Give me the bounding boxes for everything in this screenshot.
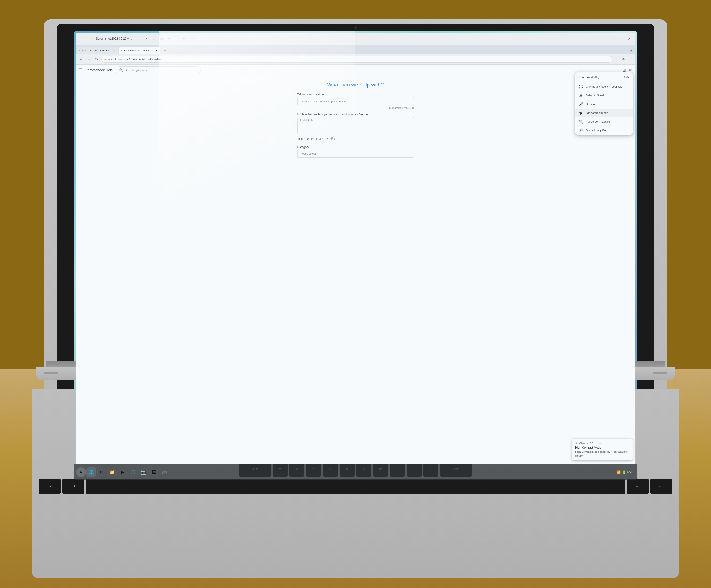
toast-time: now bbox=[598, 442, 602, 445]
fullscreen-magnifier-icon: 🔍 bbox=[579, 120, 583, 124]
acc-item-fullscreen-magnifier[interactable]: 🔍 Full-screen magnifier bbox=[576, 117, 632, 126]
acc-title: Accessibility bbox=[582, 75, 624, 79]
back-button[interactable]: ← bbox=[79, 35, 85, 42]
browser-back-button[interactable]: ← bbox=[78, 56, 84, 62]
key-space[interactable] bbox=[86, 479, 625, 494]
shelf-app-files[interactable]: 📁 bbox=[107, 467, 117, 477]
key-alt-left[interactable]: alt bbox=[62, 479, 84, 494]
hamburger-menu-button[interactable]: ☰ bbox=[79, 68, 82, 72]
toolbar-bold-button[interactable]: B bbox=[301, 137, 303, 140]
browser-settings-button[interactable]: ⚙ bbox=[620, 56, 626, 62]
format-button[interactable]: ≡ bbox=[150, 36, 157, 42]
tab-2-close[interactable]: ✕ bbox=[156, 49, 158, 52]
toolbar-strikethrough-button[interactable]: S bbox=[335, 137, 336, 140]
acc-back-button[interactable]: ‹ bbox=[579, 75, 580, 79]
key-alt-right[interactable]: alt bbox=[627, 479, 649, 494]
shelf-app-music[interactable]: 🎵 bbox=[128, 467, 138, 477]
select-to-speak-icon: 🔊 bbox=[579, 93, 583, 97]
toolbar-italic-button[interactable]: I bbox=[305, 137, 305, 140]
toolbar-image-button[interactable]: 🖼 bbox=[297, 137, 300, 140]
crop-button[interactable]: ⊡ bbox=[158, 36, 165, 42]
toolbar-ul-button[interactable]: ≡ bbox=[316, 137, 317, 140]
camera-lens bbox=[355, 27, 356, 28]
toolbar-underline-button[interactable]: U bbox=[307, 137, 309, 140]
forward-button[interactable]: → bbox=[87, 35, 94, 42]
browser-action-icons: ☆ ⚙ ⋮ bbox=[613, 56, 633, 62]
wifi-icon: 📶 bbox=[617, 471, 621, 474]
select-to-speak-label: Select to Speak bbox=[586, 94, 605, 97]
tab-search-button[interactable]: ⌄ bbox=[620, 47, 627, 54]
explain-textarea[interactable]: Add details bbox=[297, 117, 414, 134]
browser-forward-button[interactable]: → bbox=[86, 56, 92, 62]
acc-item-high-contrast[interactable]: ◑ High-contrast mode bbox=[576, 109, 632, 117]
laptop-lid: ← → Screenshot 2022-05-26 6.... ↗ ≡ ⊡ ✏ … bbox=[44, 19, 667, 515]
minimize-button[interactable]: − bbox=[612, 36, 618, 42]
toolbar-actions: ↗ ≡ ⊡ ✏ ⋮ ↩ ↪ bbox=[143, 36, 196, 42]
toolbar-code-button[interactable]: </> bbox=[310, 137, 314, 140]
help-search-bar[interactable]: 🔍 Describe your issue bbox=[116, 66, 201, 74]
help-headline: What can we help with? bbox=[83, 82, 628, 88]
toolbar-indent-right-button[interactable]: ⇥ bbox=[326, 137, 328, 140]
toast-title: High Contrast Mode bbox=[575, 446, 629, 449]
tab-2-label: Search results - Chromebook H... bbox=[124, 49, 154, 52]
browser-refresh-button[interactable]: ↻ bbox=[93, 56, 100, 62]
shelf-app-games[interactable]: 🎮 bbox=[159, 467, 169, 477]
maximize-button[interactable]: □ bbox=[619, 36, 625, 42]
grid-apps-button[interactable]: ⊞ bbox=[622, 67, 626, 73]
toolbar-indent-left-button[interactable]: ⇤ bbox=[322, 137, 325, 140]
new-tab-button[interactable]: + bbox=[161, 47, 168, 54]
tab-2[interactable]: G Search results - Chromebook H... ✕ bbox=[119, 47, 160, 54]
toolbar-ol-button[interactable]: ⊟ bbox=[319, 137, 321, 140]
app-title: Screenshot 2022-05-26 6.... bbox=[96, 37, 140, 40]
toolbar-link-button[interactable]: 🔗 bbox=[330, 137, 333, 140]
tab-restore-button[interactable]: ⊡ bbox=[627, 47, 634, 54]
highlight-button[interactable]: ⋮ bbox=[174, 36, 180, 42]
toast-header: ✦ Chrome OS • now bbox=[575, 441, 629, 445]
key-ctrl-right[interactable]: ctrl bbox=[650, 479, 672, 494]
browser-more-button[interactable]: ⋮ bbox=[627, 56, 633, 62]
annotate-button[interactable]: ✏ bbox=[166, 36, 172, 42]
tab-2-favicon: G bbox=[121, 49, 123, 52]
acc-panel-header: ‹ Accessibility ℹ ⚙ bbox=[576, 72, 632, 82]
dictation-label: Dictation bbox=[586, 103, 596, 106]
tab-1-close[interactable]: ✕ bbox=[114, 49, 116, 52]
category-select[interactable]: Please select bbox=[297, 150, 414, 158]
address-bar-row: ← → ↻ 🔒 support.google.com/chromebook/th… bbox=[76, 54, 635, 65]
shelf-app-chrome[interactable]: 🌐 bbox=[86, 467, 96, 477]
acc-item-chromevox[interactable]: 💬 ChromeVox (spoken feedback) bbox=[576, 82, 632, 91]
acc-item-docked-magnifier[interactable]: 🔎 Docked magnifier bbox=[576, 126, 632, 135]
window-controls: − □ ✕ bbox=[612, 36, 632, 42]
help-form: Tell us your question Example: "How do I… bbox=[297, 93, 414, 158]
shelf-status-area[interactable]: 📶 🔋 6:20 bbox=[615, 471, 635, 474]
shelf-launcher[interactable]: ● bbox=[76, 467, 86, 477]
category-placeholder: Please select bbox=[300, 152, 316, 155]
toast-body: High Contrast Mode enabled. Press again … bbox=[575, 450, 629, 458]
acc-info-button[interactable]: ℹ bbox=[624, 75, 625, 79]
shelf-app-youtube[interactable]: ▶ bbox=[118, 467, 128, 477]
shelf-app-gmail[interactable]: ✉ bbox=[97, 467, 107, 477]
category-label: Category bbox=[297, 146, 414, 149]
acc-item-dictation[interactable]: 🎤 Dictation bbox=[576, 100, 632, 109]
char-count: (0 characters required) bbox=[297, 107, 414, 109]
redo-button[interactable]: ↪ bbox=[189, 36, 196, 42]
explain-placeholder: Add details bbox=[298, 117, 414, 123]
help-nav-bar: ☰ Chromebook Help 🔍 Describe your issue … bbox=[76, 65, 635, 76]
address-bar[interactable]: 🔒 support.google.com/chromebook/thread/n… bbox=[101, 56, 612, 63]
webcam bbox=[354, 26, 357, 29]
share-button[interactable]: ↗ bbox=[143, 36, 149, 42]
bookmark-star-button[interactable]: ☆ bbox=[613, 56, 620, 62]
tab-1-favicon: G bbox=[80, 49, 81, 52]
shelf-app-camera[interactable]: 📷 bbox=[139, 467, 148, 477]
close-button[interactable]: ✕ bbox=[626, 36, 632, 42]
question-label: Tell us your question bbox=[297, 93, 414, 96]
undo-button[interactable]: ↩ bbox=[181, 36, 188, 42]
question-input[interactable]: Example: "How do I backup my photos?" bbox=[297, 97, 414, 106]
acc-settings-button[interactable]: ⚙ bbox=[626, 75, 629, 79]
explain-label: Explain the problem you're facing, and w… bbox=[297, 113, 414, 116]
key-ctrl-left[interactable]: ctrl bbox=[39, 479, 61, 494]
shelf-app-photos[interactable]: 🖼 bbox=[149, 467, 159, 477]
tab-1[interactable]: G Ask a question - Chromebook... ✕ bbox=[77, 47, 118, 54]
vent-right bbox=[653, 372, 667, 373]
help-more-button[interactable]: ✏ bbox=[629, 68, 632, 72]
acc-item-select-to-speak[interactable]: 🔊 Select to Speak bbox=[576, 91, 632, 100]
